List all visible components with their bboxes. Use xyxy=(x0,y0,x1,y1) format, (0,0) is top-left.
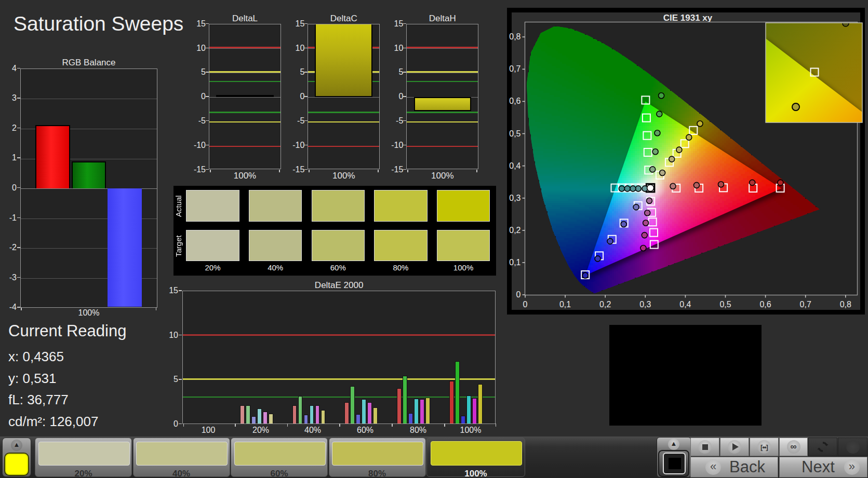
svg-text:0,8: 0,8 xyxy=(509,32,520,41)
svg-text:0,7: 0,7 xyxy=(800,300,811,309)
svg-text:0,8: 0,8 xyxy=(840,300,851,309)
svg-text:0,3: 0,3 xyxy=(509,194,520,202)
svg-text:0,3: 0,3 xyxy=(639,300,651,309)
svg-text:0: 0 xyxy=(516,290,521,299)
svg-text:0,6: 0,6 xyxy=(509,97,520,105)
svg-text:0,5: 0,5 xyxy=(509,129,520,138)
svg-text:0,1: 0,1 xyxy=(509,258,520,267)
svg-text:CIE 1931 xy: CIE 1931 xy xyxy=(663,13,713,23)
svg-text:0,5: 0,5 xyxy=(719,300,731,309)
svg-text:0: 0 xyxy=(523,300,528,309)
svg-text:0,4: 0,4 xyxy=(679,300,691,309)
svg-text:0,1: 0,1 xyxy=(559,300,571,309)
svg-text:0,6: 0,6 xyxy=(759,300,771,309)
svg-text:0,2: 0,2 xyxy=(599,300,611,309)
svg-text:0,2: 0,2 xyxy=(509,226,520,235)
svg-text:0,7: 0,7 xyxy=(509,64,520,73)
svg-text:0,4: 0,4 xyxy=(509,161,520,170)
